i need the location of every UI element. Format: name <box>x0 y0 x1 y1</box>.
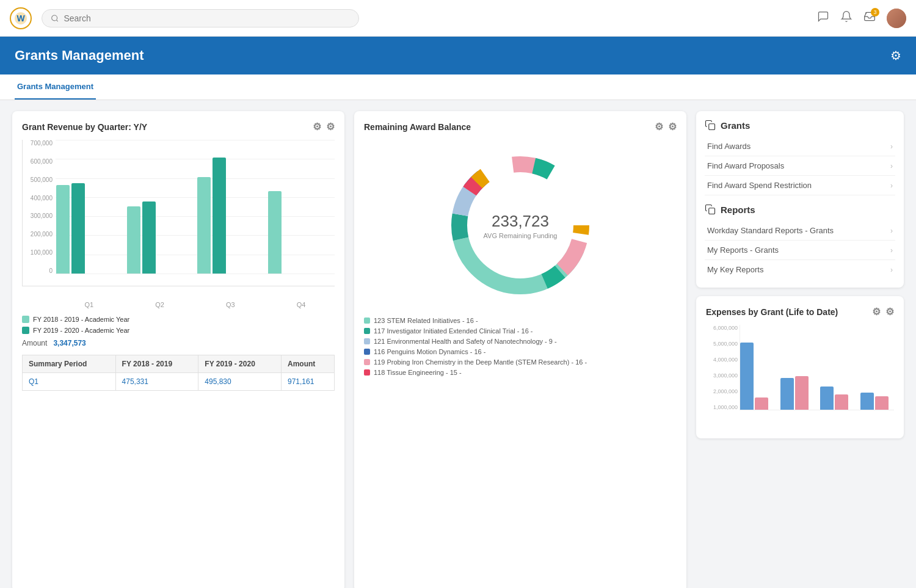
exp-bar-3-pink <box>835 394 848 410</box>
bar-chart-card: Grant Revenue by Quarter: Y/Y ⚙ ⚙ 700,00… <box>12 111 344 588</box>
bell-icon[interactable] <box>840 10 852 26</box>
chevron-icon: › <box>890 181 893 190</box>
chart-area <box>22 140 335 286</box>
inbox-icon[interactable]: 3 <box>863 10 876 26</box>
donut-container: 233,723 AVG Remaining Funding <box>364 140 677 311</box>
filter-icon[interactable]: ⚙ <box>313 121 321 132</box>
amount-label: Amount <box>22 339 47 347</box>
nav-item-find-award-spend[interactable]: Find Award Spend Restriction › <box>705 176 895 195</box>
exp-bar-4-blue <box>860 393 874 410</box>
legend-item-1: FY 2018 - 2019 - Academic Year <box>22 316 335 323</box>
bar-q3-light <box>197 177 211 274</box>
avatar[interactable] <box>887 9 906 28</box>
exp-bar-2-blue <box>780 378 794 410</box>
legend-dot-2 <box>22 327 29 334</box>
exp-bar-group-4 <box>860 393 895 410</box>
chevron-icon: › <box>890 266 893 274</box>
exp-bar-3-blue <box>820 387 834 410</box>
chevron-icon: › <box>890 246 893 255</box>
svg-text:W: W <box>16 13 25 23</box>
donut-dot-4 <box>364 349 370 355</box>
bar-q4-light <box>268 191 282 274</box>
legend-label-2: FY 2019 - 2020 - Academic Year <box>33 327 129 334</box>
nav-item-workday-reports[interactable]: Workday Standard Reports - Grants › <box>705 221 895 241</box>
donut-legend-item-4: 116 Penguins Motion Dynamics - 16 - <box>364 348 677 355</box>
search-bar[interactable] <box>42 9 359 27</box>
nav-icons: 3 <box>817 9 906 28</box>
settings-icon[interactable]: ⚙ <box>890 48 901 63</box>
th-amount: Amount <box>282 355 335 373</box>
bar-chart: 700,000 600,000 500,000 400,000 300,000 … <box>22 140 335 308</box>
workday-logo: W <box>10 7 32 29</box>
nav-item-my-key-reports[interactable]: My Key Reports › <box>705 260 895 279</box>
svg-point-1 <box>52 15 57 20</box>
donut-filter-icon[interactable]: ⚙ <box>655 121 663 132</box>
nav-item-find-award-proposals[interactable]: Find Award Proposals › <box>705 156 895 176</box>
main-content: Grant Revenue by Quarter: Y/Y ⚙ ⚙ 700,00… <box>0 100 916 588</box>
top-nav: W 3 <box>0 0 916 37</box>
search-input[interactable] <box>64 13 350 23</box>
donut-center-text: 233,723 AVG Remaining Funding <box>484 212 558 239</box>
expenses-chart-card: Expenses by Grant (Life to Date) ⚙ ⚙ 6,0… <box>696 296 904 438</box>
donut-settings-icon[interactable]: ⚙ <box>668 121 677 132</box>
bar-chart-title: Grant Revenue by Quarter: Y/Y <box>22 122 147 132</box>
bar-q1-light <box>56 185 70 274</box>
bar-q1-dark <box>71 183 85 274</box>
chevron-icon: › <box>890 142 893 151</box>
right-panel: Grants Find Awards › Find Award Proposal… <box>696 111 904 588</box>
bar-chart-legend: FY 2018 - 2019 - Academic Year FY 2019 -… <box>22 316 335 334</box>
donut-dot-1 <box>364 318 370 324</box>
amount-row: Amount 3,347,573 <box>22 339 335 347</box>
bar-group-q2 <box>127 201 194 274</box>
header-bar: Grants Management ⚙ <box>0 37 916 74</box>
expenses-chart: 6,000,000 5,000,000 4,000,000 3,000,000 … <box>706 325 894 429</box>
table-row: Q1 475,331 495,830 971,161 <box>23 373 335 391</box>
legend-dot-1 <box>22 316 29 323</box>
bar-group-q4 <box>268 191 335 274</box>
exp-y-labels: 6,000,000 5,000,000 4,000,000 3,000,000 … <box>706 325 738 410</box>
donut-chart-header: Remaining Award Balance ⚙ ⚙ <box>364 121 677 132</box>
donut-chart-title: Remaining Award Balance <box>364 122 471 132</box>
donut-label: AVG Remaining Funding <box>484 232 558 239</box>
donut-legend-item-1: 123 STEM Related Initiatives - 16 - <box>364 317 677 324</box>
fy2019-q1[interactable]: 495,830 <box>198 373 282 391</box>
donut-legend-label-5: 119 Probing Iron Chemistry in the Deep M… <box>374 358 587 366</box>
reports-icon <box>705 204 716 215</box>
donut-chart: 233,723 AVG Remaining Funding <box>435 140 606 311</box>
bar-q2-light <box>127 206 140 274</box>
chevron-icon: › <box>890 162 893 170</box>
exp-bar-1-pink <box>755 397 768 410</box>
tab-grants-management[interactable]: Grants Management <box>15 74 96 100</box>
bar-group-q3 <box>197 158 264 274</box>
settings2-icon[interactable]: ⚙ <box>326 121 335 132</box>
exp-bar-1-blue <box>740 343 754 410</box>
donut-legend: 123 STEM Related Initiatives - 16 - 117 … <box>364 317 677 376</box>
grants-icon <box>705 120 716 131</box>
fy2018-q1[interactable]: 475,331 <box>115 373 198 391</box>
page-title: Grants Management <box>15 48 144 64</box>
donut-chart-icons: ⚙ ⚙ <box>655 121 677 132</box>
exp-bar-group-2 <box>780 376 815 410</box>
summary-table: Summary Period FY 2018 - 2019 FY 2019 - … <box>22 355 335 391</box>
donut-legend-label-2: 117 Investigator Initiated Extended Clin… <box>374 327 533 335</box>
legend-item-2: FY 2019 - 2020 - Academic Year <box>22 327 335 334</box>
exp-bar-group-3 <box>820 387 854 410</box>
exp-filter-icon[interactable]: ⚙ <box>872 306 881 318</box>
donut-dot-5 <box>364 359 370 365</box>
exp-bar-4-pink <box>875 396 889 410</box>
period-q1[interactable]: Q1 <box>23 373 116 391</box>
nav-item-my-reports[interactable]: My Reports - Grants › <box>705 241 895 260</box>
donut-dot-3 <box>364 338 370 344</box>
nav-item-find-awards[interactable]: Find Awards › <box>705 137 895 156</box>
tab-bar: Grants Management <box>0 74 916 100</box>
th-period: Summary Period <box>23 355 116 373</box>
legend-label-1: FY 2018 - 2019 - Academic Year <box>33 316 129 323</box>
bar-q2-dark <box>142 201 156 274</box>
amount-q1[interactable]: 971,161 <box>282 373 335 391</box>
exp-settings-icon[interactable]: ⚙ <box>885 306 894 318</box>
chat-icon[interactable] <box>817 10 829 26</box>
donut-legend-label-4: 116 Penguins Motion Dynamics - 16 - <box>374 348 485 355</box>
reports-section-title: Reports <box>705 204 895 215</box>
bar-chart-header: Grant Revenue by Quarter: Y/Y ⚙ ⚙ <box>22 121 335 132</box>
amount-value: 3,347,573 <box>53 339 85 347</box>
